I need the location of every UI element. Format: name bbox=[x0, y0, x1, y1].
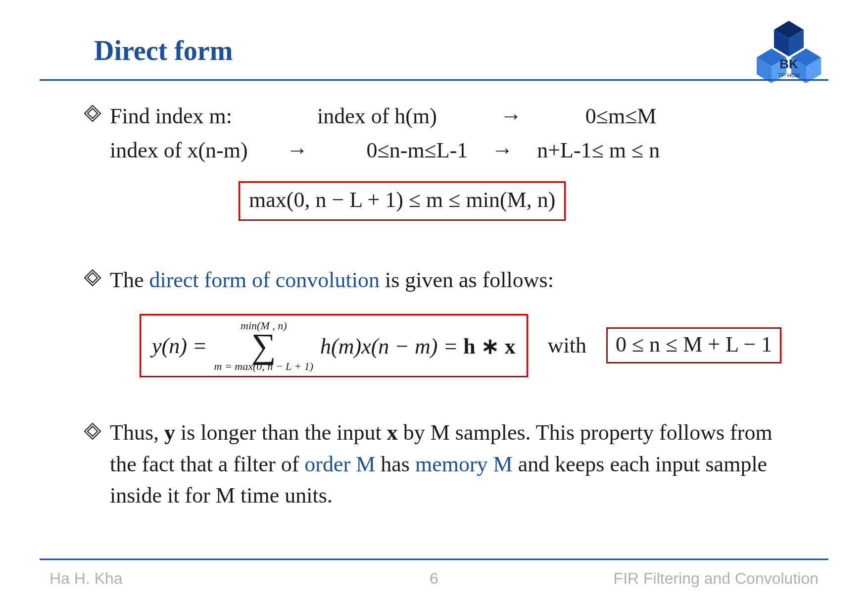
b1-l2-c: n+L-1≤ m ≤ n bbox=[537, 138, 660, 162]
bullet-3-text: Thus, y is longer than the input x by M … bbox=[110, 417, 793, 512]
with-label: with bbox=[548, 333, 586, 358]
divider-bottom bbox=[40, 559, 828, 560]
svg-marker-14 bbox=[88, 426, 97, 436]
content-area: Find index m: index of h(m) → 0≤m≤M inde… bbox=[84, 99, 809, 512]
diamond-bullet-icon bbox=[84, 105, 101, 122]
slide: Direct form BK TP. HCM bbox=[0, 0, 868, 614]
b2-b: direct form of convolution bbox=[149, 268, 380, 292]
bullet-1-text: Find index m: index of h(m) → 0≤m≤M inde… bbox=[110, 99, 660, 221]
boxed-formula-1: max(0, n − L + 1) ≤ m ≤ min(M, n) bbox=[239, 181, 566, 220]
diamond-bullet-icon bbox=[84, 423, 101, 440]
arrow-icon: → bbox=[488, 133, 516, 167]
b2-c: is given as follows: bbox=[380, 268, 554, 292]
footer: Ha H. Kha 6 FIR Filtering and Convolutio… bbox=[49, 569, 819, 588]
formula-lhs: y(n) = bbox=[152, 333, 207, 358]
b3-s4: x bbox=[387, 420, 398, 445]
slide-title: Direct form bbox=[94, 35, 233, 66]
sum-lower: m = max(0, n − L + 1) bbox=[214, 361, 314, 372]
b1-l2-a: index of x(n-m) bbox=[110, 138, 248, 162]
formula-rhs: h(m)x(n − m) = h ∗ x bbox=[320, 333, 516, 359]
b3-s7: has bbox=[375, 452, 415, 476]
bullet-2-body: The direct form of convolution is given … bbox=[110, 263, 781, 377]
b2-a: The bbox=[110, 268, 149, 292]
bullet-3: Thus, y is longer than the input x by M … bbox=[84, 417, 809, 512]
footer-page: 6 bbox=[306, 569, 562, 588]
university-logo: BK TP. HCM bbox=[754, 20, 823, 84]
summation-icon: min(M , n) ∑ m = max(0, n − L + 1) bbox=[214, 320, 314, 372]
b3-s3: is longer than the input bbox=[175, 420, 387, 445]
footer-author: Ha H. Kha bbox=[49, 569, 306, 588]
boxed-formula-3: 0 ≤ n ≤ M + L − 1 bbox=[606, 327, 781, 363]
divider-top bbox=[40, 79, 828, 81]
bullet-2: The direct form of convolution is given … bbox=[84, 263, 809, 377]
b3-s6: order M bbox=[304, 452, 375, 476]
b3-s8: memory M bbox=[415, 452, 513, 476]
logo-text-top: BK bbox=[779, 56, 798, 71]
b3-s2: y bbox=[164, 420, 175, 445]
b3-s1: Thus, bbox=[110, 420, 164, 445]
arrow-icon: → bbox=[497, 99, 525, 133]
b1-l2-b: 0≤n-m≤L-1 bbox=[367, 138, 468, 162]
rhs-b: h ∗ x bbox=[463, 334, 515, 358]
boxed-formula-2: y(n) = min(M , n) ∑ m = max(0, n − L + 1… bbox=[140, 314, 528, 377]
rhs-a: h(m)x(n − m) = bbox=[320, 334, 463, 358]
footer-topic: FIR Filtering and Convolution bbox=[562, 569, 819, 588]
b1-l1-a: Find index m: bbox=[110, 104, 232, 128]
arrow-icon: → bbox=[284, 133, 311, 167]
svg-marker-12 bbox=[88, 273, 97, 283]
diamond-bullet-icon bbox=[84, 269, 101, 286]
b1-l1-b: index of h(m) bbox=[317, 104, 437, 128]
svg-marker-10 bbox=[88, 108, 97, 118]
logo-svg: BK TP. HCM bbox=[754, 20, 823, 84]
b1-l1-c: 0≤m≤M bbox=[585, 104, 657, 128]
logo-text-bot: TP. HCM bbox=[778, 72, 800, 78]
bullet-1: Find index m: index of h(m) → 0≤m≤M inde… bbox=[84, 99, 809, 221]
